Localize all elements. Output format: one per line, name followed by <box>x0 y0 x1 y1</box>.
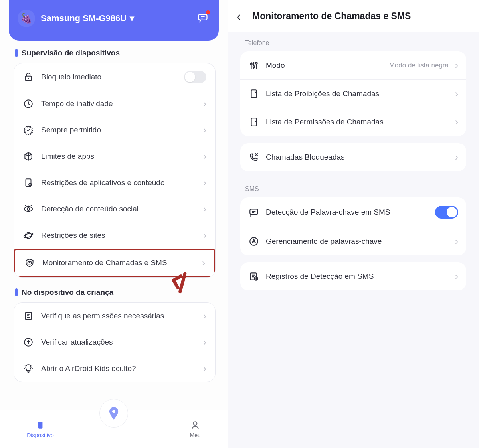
badge-check-icon <box>23 124 34 136</box>
location-fab[interactable] <box>99 399 128 428</box>
svg-point-12 <box>194 422 197 425</box>
row-keyword-management[interactable]: Gerenciamento de palavras-chave › <box>240 227 466 255</box>
sms-logs-card: Registros de Detecção em SMS › <box>240 262 466 290</box>
svg-rect-17 <box>251 90 257 98</box>
upload-circle-icon <box>23 337 34 348</box>
shield-chat-icon <box>24 257 35 268</box>
sms-card: Detecção de Palavra-chave em SMS Gerenci… <box>240 197 466 255</box>
nav-label: Dispositivo <box>27 432 54 438</box>
row-call-allow-list[interactable]: Lista de Permissões de Chamadas › <box>240 108 466 136</box>
row-label: Restrições de sites <box>41 231 196 240</box>
mode-value: Modo de lista negra <box>389 61 449 69</box>
avatar: 🍇 <box>18 10 35 27</box>
svg-rect-0 <box>199 14 207 20</box>
chevron-right-icon: › <box>203 177 206 188</box>
row-label: Bloqueio imediato <box>41 73 177 81</box>
row-keyword-detection: Detecção de Palavra-chave em SMS <box>240 197 466 227</box>
row-social-detection[interactable]: Detecção de conteúdo social › <box>14 196 215 222</box>
device-name-label: Samsung SM-G986U <box>41 13 127 24</box>
row-downtime[interactable]: Tempo de inatividade › <box>14 91 215 117</box>
row-label: Monitoramento de Chamadas e SMS <box>42 259 195 267</box>
chevron-right-icon: › <box>203 230 206 241</box>
section-title: No dispositivo da criança <box>22 288 113 297</box>
nav-label: Meu <box>190 432 201 438</box>
left-panel: 🍇 Samsung SM-G986U ▾ Supervisão de dispo… <box>0 0 228 448</box>
sliders-icon <box>248 60 259 71</box>
chevron-right-icon: › <box>203 151 206 162</box>
svg-rect-11 <box>38 422 43 428</box>
row-always-allowed[interactable]: Sempre permitido › <box>14 117 215 143</box>
chevron-right-icon: › <box>203 124 206 136</box>
row-check-permissions[interactable]: Verifique as permissões necessárias › <box>14 303 215 329</box>
section-accent <box>15 288 18 296</box>
row-label: Modo <box>266 61 383 70</box>
chevron-right-icon: › <box>202 257 205 268</box>
log-clock-icon <box>248 271 259 282</box>
phone-check-icon <box>248 116 259 128</box>
row-label: Verificar atualizações <box>41 338 196 347</box>
row-open-hidden-kids[interactable]: Abrir o AirDroid Kids oculto? › <box>14 355 215 382</box>
chevron-right-icon: › <box>203 98 206 109</box>
row-label: Lista de Permissões de Chamadas <box>266 118 449 126</box>
svg-point-14 <box>250 63 252 65</box>
row-label: Chamadas Bloqueadas <box>266 153 449 162</box>
messages-button[interactable] <box>196 11 209 24</box>
row-check-updates[interactable]: Verificar atualizações › <box>14 329 215 355</box>
call-blocked-icon <box>248 152 259 163</box>
row-content-restrictions[interactable]: Restrições de aplicativos e conteúdo › <box>14 170 215 196</box>
phone-block-icon <box>248 88 259 99</box>
checklist-icon <box>23 310 34 322</box>
child-device-card: Verifique as permissões necessárias › Ve… <box>14 302 216 382</box>
phone-card: Modo Modo de lista negra › Lista de Proi… <box>240 51 466 136</box>
row-label: Registros de Detecção em SMS <box>266 272 449 281</box>
toggle-keyword-detection[interactable] <box>435 206 458 219</box>
row-instant-lock[interactable]: Bloqueio imediato <box>14 63 215 91</box>
row-label: Restrições de aplicativos e conteúdo <box>41 178 196 187</box>
row-label: Detecção de Palavra-chave em SMS <box>266 207 429 217</box>
cube-icon <box>23 151 34 162</box>
svg-point-7 <box>23 232 33 239</box>
row-label: Detecção de conteúdo social <box>41 205 196 213</box>
nav-me[interactable]: Meu <box>190 420 201 438</box>
nav-device[interactable]: Dispositivo <box>27 420 54 438</box>
row-label: Abrir o AirDroid Kids oculto? <box>41 364 196 373</box>
right-panel: ‹ Monitoramento de Chamadas e SMS Telefo… <box>228 0 479 448</box>
subhead-phone: Telefone <box>240 32 466 51</box>
supervision-card: Bloqueio imediato Tempo de inatividade ›… <box>14 63 216 278</box>
row-site-restrictions[interactable]: Restrições de sites › <box>14 222 215 249</box>
clock-icon <box>23 98 34 109</box>
row-app-limits[interactable]: Limites de apps › <box>14 143 215 170</box>
device-selector[interactable]: Samsung SM-G986U ▾ <box>41 13 134 24</box>
toggle-instant-lock[interactable] <box>184 71 206 83</box>
svg-point-16 <box>255 62 257 64</box>
planet-icon <box>23 230 34 241</box>
chevron-right-icon: › <box>455 236 458 247</box>
row-label: Tempo de inatividade <box>41 99 196 108</box>
device-header: 🍇 Samsung SM-G986U ▾ <box>9 0 219 41</box>
right-header: ‹ Monitoramento de Chamadas e SMS <box>228 0 479 32</box>
row-label: Gerenciamento de palavras-chave <box>266 237 449 246</box>
svg-rect-9 <box>25 312 31 319</box>
lightbulb-icon <box>23 363 34 374</box>
letter-a-icon <box>248 236 259 247</box>
chevron-right-icon: › <box>455 116 458 128</box>
section-header-supervision: Supervisão de dispositivos <box>0 49 228 63</box>
row-blocked-calls[interactable]: Chamadas Bloqueadas › <box>240 143 466 171</box>
row-label: Sempre permitido <box>41 126 196 134</box>
back-button[interactable]: ‹ <box>231 9 247 24</box>
chevron-right-icon: › <box>455 60 458 71</box>
chat-alert-icon <box>248 207 259 218</box>
svg-rect-19 <box>250 209 258 214</box>
row-label: Limites de apps <box>41 152 196 161</box>
chevron-right-icon: › <box>203 363 206 374</box>
eye-icon <box>23 203 34 215</box>
row-call-block-list[interactable]: Lista de Proibições de Chamadas › <box>240 79 466 108</box>
row-mode[interactable]: Modo Modo de lista negra › <box>240 51 466 79</box>
row-sms-logs[interactable]: Registros de Detecção em SMS › <box>240 262 466 290</box>
svg-point-5 <box>27 208 30 211</box>
chevron-right-icon: › <box>203 337 206 348</box>
section-title: Supervisão de dispositivos <box>22 49 120 57</box>
notification-dot <box>206 10 210 14</box>
lock-icon <box>23 71 34 83</box>
blocked-calls-card: Chamadas Bloqueadas › <box>240 143 466 171</box>
